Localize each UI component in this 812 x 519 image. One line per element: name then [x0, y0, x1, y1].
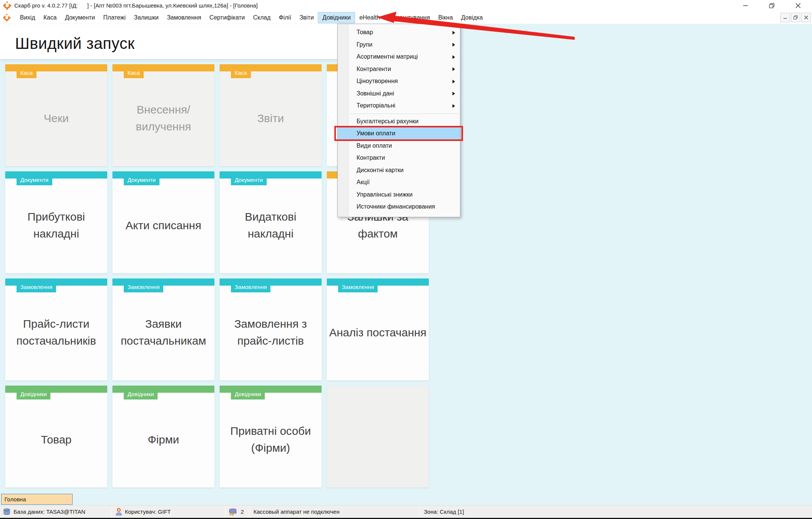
menu-item-stocks[interactable]: Залишки [130, 12, 163, 23]
statusbar-separator [225, 507, 225, 517]
dropdown-item-product[interactable]: Товар [338, 26, 460, 39]
statusbar-zone: Зона: Склад [1] [424, 505, 464, 518]
menu-item-reports[interactable]: Звіти [295, 12, 318, 23]
user-icon [115, 508, 123, 516]
window-minimize-button[interactable] [737, 0, 754, 11]
dropdown-item-payment-types[interactable]: Види оплати [338, 140, 460, 152]
tile-orders-from-pricelists[interactable]: Замовлення Замовлення з прайс-листів [220, 278, 322, 380]
menu-item-directories[interactable]: Довідники [318, 12, 355, 23]
tile-label: Приватні особи (Фірми) [222, 393, 320, 486]
submenu-arrow-icon [452, 104, 455, 108]
tile-firms[interactable]: Довідники Фірми [112, 386, 214, 487]
dropdown-item-label: Територіальні [357, 102, 395, 109]
tile-goods[interactable]: Довідники Товар [5, 386, 107, 487]
menu-item-documents[interactable]: Документи [61, 12, 99, 23]
statusbar-separator [419, 507, 420, 517]
title-bar: Скарб pro v. 4.0.2.77 [ІД: ] - [Апт №003… [0, 0, 812, 11]
submenu-arrow-icon [452, 67, 455, 71]
menu-item-orders[interactable]: Замовлення [163, 12, 205, 23]
status-bar: База даних: TASA3@TITAN Користувач: GIFT… [0, 505, 812, 518]
page-title: Швидкий запуск [15, 35, 135, 53]
dropdown-item-counterparties[interactable]: Контрагенти [338, 63, 460, 76]
tile-label: Заявки постачальникам [114, 286, 212, 379]
menu-item-exit[interactable]: Вихід [16, 12, 39, 23]
submenu-arrow-icon [452, 80, 455, 83]
dropdown-item-contracts[interactable]: Контракти [338, 152, 460, 164]
menu-item-warehouse[interactable]: Склад [249, 12, 275, 23]
dropdown-item-management-discounts[interactable]: Управлінські знижки [338, 189, 460, 201]
statusbar-user: Користувач: GIFT [125, 505, 171, 518]
tile-supplier-requests[interactable]: Замовлення Заявки постачальникам [112, 278, 214, 380]
menu-item-cash[interactable]: Каса [39, 12, 61, 23]
dropdown-item-financing-sources[interactable]: Источники финансирования [338, 201, 460, 213]
menu-item-branches[interactable]: Філії [275, 12, 295, 23]
app-window: Скарб pro v. 4.0.2.77 [ІД: ] - [Апт №003… [0, 0, 812, 519]
menu-bar: Вихід Каса Документи Платежі Залишки Зам… [0, 11, 812, 24]
tile-supplier-pricelists[interactable]: Замовлення Прайс-листи постачальників [5, 278, 107, 380]
tile-label: Прайс-листи постачальників [7, 286, 105, 379]
mdi-restore-button[interactable] [791, 13, 800, 22]
statusbar-separator [249, 507, 249, 517]
dropdown-item-label: Ціноутворення [357, 78, 398, 84]
mdi-minimize-button[interactable] [780, 13, 790, 22]
submenu-arrow-icon [452, 43, 455, 47]
quick-launch-header: Швидкий запуск [0, 24, 337, 59]
dropdown-item-label: Асортиментні матриці [357, 53, 418, 60]
menu-item-ehealth[interactable]: eHealth [355, 12, 384, 23]
database-icon [3, 508, 11, 516]
mdi-close-button[interactable] [801, 13, 811, 22]
dropdown-item-assortment-matrices[interactable]: Асортиментні матриці [338, 51, 460, 63]
dropdown-item-label: Товар [357, 29, 373, 35]
tile-label: Аналіз постачання [329, 286, 427, 379]
dropdown-item-label: Контрагенти [357, 66, 391, 72]
dropdown-item-groups[interactable]: Групи [338, 39, 460, 51]
dropdown-item-promotions[interactable]: Акції [338, 176, 460, 189]
menu-item-help[interactable]: Довідка [457, 12, 487, 23]
tile-writeoff-acts[interactable]: Документи Акти списання [112, 171, 214, 273]
dropdown-item-label: Групи [357, 41, 372, 48]
window-title: Скарб pro v. 4.0.2.77 [ІД: ] - [Апт №003… [14, 0, 258, 11]
menu-separator [350, 113, 458, 114]
tile-label: Прибуткові накладні [7, 179, 105, 272]
statusbar-separator [111, 507, 112, 517]
tile-label: Фірми [114, 393, 212, 486]
tile-label: Акти списання [114, 179, 212, 272]
submenu-arrow-icon [452, 31, 455, 35]
annotation-red-box [334, 126, 463, 141]
tile-private-persons[interactable]: Довідники Приватні особи (Фірми) [220, 386, 322, 487]
menu-item-payments[interactable]: Платежі [99, 12, 130, 23]
tile-label: Внесення/вилучення [114, 71, 212, 165]
submenu-arrow-icon [452, 92, 455, 95]
menu-item-windows[interactable]: Вікна [434, 12, 457, 23]
dropdown-item-pricing[interactable]: Ціноутворення [338, 75, 460, 88]
submenu-arrow-icon [452, 55, 455, 59]
directories-dropdown-menu: Товар Групи Асортиментні матриці Контраг… [337, 24, 460, 217]
tile-label: Видаткові накладні [222, 179, 320, 272]
tile-label: Чеки [7, 71, 105, 165]
dropdown-item-territorial[interactable]: Територіальні [338, 100, 460, 112]
tile-outgoing-invoices[interactable]: Документи Видаткові накладні [220, 171, 322, 273]
connection-plug-icon [228, 508, 237, 516]
app-logo-icon [3, 2, 11, 11]
tile-cash-reports[interactable]: Каса Звіти [220, 64, 322, 166]
statusbar-database: База даних: TASA3@TITAN [14, 505, 85, 518]
tile-incoming-invoices[interactable]: Документи Прибуткові накладні [5, 171, 107, 273]
tile-cash-in-out[interactable]: Каса Внесення/вилучення [112, 64, 214, 166]
menu-item-certificates[interactable]: Сертифікати [205, 12, 249, 23]
dropdown-item-discount-cards[interactable]: Дисконтні картки [338, 164, 460, 177]
tile-receipts[interactable]: Каса Чеки [5, 64, 107, 166]
tab-home[interactable]: Головна [1, 494, 73, 505]
statusbar-cash-device: Кассовый аппарат не подключен [253, 505, 340, 518]
window-close-button[interactable] [790, 0, 806, 11]
tile-label: Звіти [222, 71, 320, 165]
tile-label: Замовлення з прайс-листів [222, 286, 320, 379]
window-restore-button[interactable] [763, 0, 780, 11]
tile-supply-analysis[interactable]: Замовлення Аналіз постачання [327, 278, 429, 380]
menu-item-settings[interactable]: Налаштування [384, 12, 434, 23]
statusbar-connection-count: 2 [241, 505, 244, 518]
tile-label: Товар [7, 393, 105, 486]
dropdown-item-external-data[interactable]: Зовнішні дані [338, 88, 460, 100]
tile-label [329, 393, 427, 486]
tile-empty [327, 386, 429, 487]
dropdown-item-label: Зовнішні дані [357, 90, 394, 97]
